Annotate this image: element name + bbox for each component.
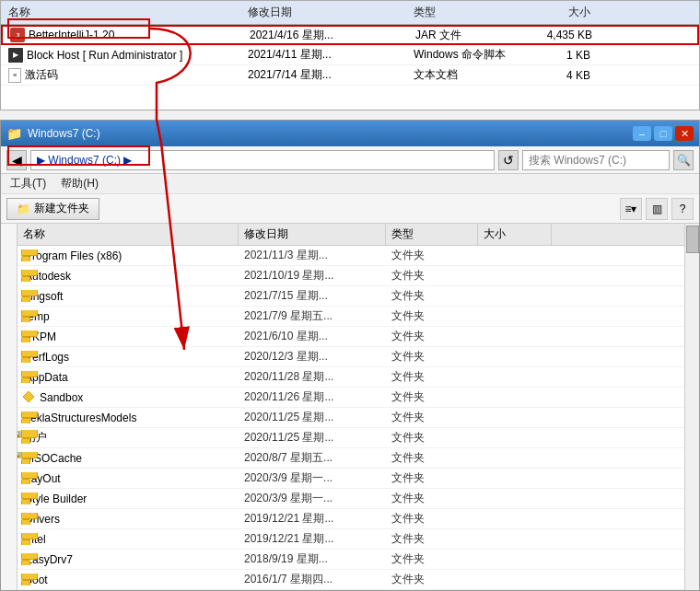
top-file-type-2: 文本文档: [410, 65, 520, 85]
main-file-row-2[interactable]: kingsoft 2021/7/15 星期... 文件夹: [18, 286, 684, 307]
explorer-window: 📁 Windows7 (C:) – □ ✕ ◀ ▶ Windows7 (C:) …: [0, 120, 700, 591]
main-content: 名称 修改日期 类型 大小 Program Files (x86) 2021/1…: [1, 224, 699, 590]
close-button[interactable]: ✕: [675, 126, 694, 141]
file-date-9: 2020/11/25 星期...: [239, 430, 386, 446]
file-date-13: 2019/12/21 星期...: [239, 511, 386, 527]
file-date-3: 2021/7/9 星期五...: [239, 308, 386, 324]
refresh-button[interactable]: ↺: [498, 150, 519, 170]
top-file-date-0: 2021/4/16 星期...: [246, 26, 412, 45]
file-name-cell-4: PKPM: [18, 330, 239, 343]
main-file-row-14[interactable]: Intel 2019/12/21 星期... 文件夹: [18, 529, 684, 550]
main-file-row-3[interactable]: temp 2021/7/9 星期五... 文件夹: [18, 307, 684, 327]
top-header-date: 修改日期: [244, 3, 410, 22]
sandbox-icon: [21, 389, 36, 404]
file-type-1: 文件夹: [386, 268, 478, 284]
main-file-row-16[interactable]: Boot 2016/1/7 星期四... 文件夹: [18, 570, 684, 590]
file-date-4: 2021/6/10 星期...: [239, 329, 386, 344]
file-name-cell-2: kingsoft: [18, 290, 239, 303]
main-file-row-15[interactable]: EasyDrv7 2018/9/19 星期... 文件夹: [18, 550, 684, 570]
toolbar-right: ≡▾ ▥ ?: [620, 198, 694, 220]
file-date-10: 2020/8/7 星期五...: [239, 450, 386, 466]
file-type-14: 文件夹: [386, 531, 478, 547]
top-file-size-1: 1 KB: [520, 47, 594, 64]
address-path[interactable]: ▶ Windows7 (C:) ▶: [30, 150, 495, 170]
top-header-size: 大小: [520, 3, 594, 22]
folder-title-icon: 📁: [6, 126, 22, 141]
cmd-icon-1: ▶: [8, 48, 23, 63]
main-file-row-5[interactable]: PerfLogs 2020/12/3 星期... 文件夹: [18, 347, 684, 367]
window-controls: – □ ✕: [633, 126, 694, 141]
file-name-cell-11: LayOut: [18, 472, 239, 485]
title-bar: 📁 Windows7 (C:) – □ ✕: [1, 121, 699, 146]
sidebar: [1, 224, 18, 590]
view-options-button[interactable]: ≡▾: [620, 198, 642, 220]
menu-help[interactable]: 帮助(H): [57, 175, 102, 192]
top-file-size-0: 4,435 KB: [522, 27, 596, 43]
search-button[interactable]: 🔍: [673, 150, 694, 170]
menu-tools[interactable]: 工具(T): [6, 175, 50, 192]
file-type-9: 文件夹: [386, 430, 478, 446]
main-file-row-9[interactable]: 🔒 用户 2020/11/25 星期... 文件夹: [18, 428, 684, 448]
toolbar: 📁 新建文件夹 ≡▾ ▥ ?: [1, 194, 699, 224]
file-type-16: 文件夹: [386, 572, 478, 587]
file-type-0: 文件夹: [386, 248, 478, 263]
top-file-size-2: 4 KB: [520, 67, 594, 84]
svg-marker-0: [23, 391, 34, 402]
main-file-row-13[interactable]: Drivers 2019/12/21 星期... 文件夹: [18, 509, 684, 529]
minimize-button[interactable]: –: [633, 126, 651, 141]
folder-list: Program Files (x86) 2021/11/3 星期... 文件夹 …: [18, 246, 684, 590]
file-date-6: 2020/11/28 星期...: [239, 369, 386, 385]
header-col-size[interactable]: 大小: [478, 224, 552, 245]
file-date-16: 2016/1/7 星期四...: [239, 572, 386, 587]
file-name-cell-1: Autodesk: [18, 270, 239, 283]
main-file-row-0[interactable]: Program Files (x86) 2021/11/3 星期... 文件夹: [18, 246, 684, 266]
main-file-row-8[interactable]: TeklaStructuresModels 2020/11/25 星期... 文…: [18, 408, 684, 428]
file-name-cell-16: Boot: [18, 574, 239, 586]
file-type-15: 文件夹: [386, 551, 478, 567]
main-file-row-12[interactable]: Style Builder 2020/3/9 星期一... 文件夹: [18, 489, 684, 509]
file-name-cell-15: EasyDrv7: [18, 553, 239, 566]
top-file-date-1: 2021/4/11 星期...: [244, 45, 410, 64]
jar-icon-0: J: [10, 28, 25, 42]
window-title: Windows7 (C:): [28, 127, 100, 140]
txt-icon-2: ≡: [8, 68, 21, 83]
file-name-cell-10: 🔒 MSOCache: [18, 452, 239, 465]
file-list-main[interactable]: 名称 修改日期 类型 大小 Program Files (x86) 2021/1…: [18, 224, 684, 590]
file-name-0: Program Files (x86): [25, 249, 122, 262]
header-col-name[interactable]: 名称: [18, 224, 239, 245]
file-name-cell-7: Sandbox: [18, 389, 239, 406]
file-name-cell-5: PerfLogs: [18, 351, 239, 364]
top-file-date-2: 2021/7/14 星期...: [244, 65, 410, 85]
header-col-date[interactable]: 修改日期: [239, 224, 386, 245]
file-date-1: 2021/10/19 星期...: [239, 268, 386, 284]
header-col-type[interactable]: 类型: [386, 224, 478, 245]
folder-new-icon: 📁: [17, 203, 30, 215]
file-date-2: 2021/7/15 星期...: [239, 288, 386, 304]
address-path-text: ▶ Windows7 (C:) ▶: [37, 154, 132, 167]
top-file-area: 名称 修改日期 类型 大小 J BetterIntelliJ-1.20 2021…: [0, 0, 700, 110]
maximize-button[interactable]: □: [654, 126, 672, 141]
main-file-row-4[interactable]: PKPM 2021/6/10 星期... 文件夹: [18, 327, 684, 347]
file-type-8: 文件夹: [386, 410, 478, 425]
file-name-cell-0: Program Files (x86): [18, 249, 239, 262]
search-input[interactable]: [522, 150, 670, 170]
main-file-row-7[interactable]: Sandbox 2020/11/26 星期... 文件夹: [18, 388, 684, 408]
pane-button[interactable]: ▥: [646, 198, 668, 220]
main-file-row-6[interactable]: AppData 2020/11/28 星期... 文件夹: [18, 367, 684, 388]
top-file-row-1[interactable]: ▶ Block Host [ Run Administrator ] 2021/…: [1, 45, 699, 65]
file-type-2: 文件夹: [386, 288, 478, 304]
file-name-cell-12: Style Builder: [18, 492, 239, 505]
help-button[interactable]: ?: [671, 198, 694, 220]
main-file-row-10[interactable]: 🔒 MSOCache 2020/8/7 星期五... 文件夹: [18, 448, 684, 469]
scrollbar[interactable]: [684, 224, 699, 590]
top-file-row-2[interactable]: ≡ 激活码 2021/7/14 星期... 文本文档 4 KB: [1, 65, 699, 86]
top-file-row-0[interactable]: J BetterIntelliJ-1.20 2021/4/16 星期... JA…: [1, 25, 699, 45]
file-type-7: 文件夹: [386, 389, 478, 405]
main-file-row-11[interactable]: LayOut 2020/3/9 星期一... 文件夹: [18, 469, 684, 489]
top-file-type-0: JAR 文件: [412, 26, 522, 45]
back-button[interactable]: ◀: [6, 150, 27, 170]
new-folder-button[interactable]: 📁 新建文件夹: [6, 198, 99, 220]
file-type-12: 文件夹: [386, 491, 478, 506]
title-bar-text: 📁 Windows7 (C:): [6, 126, 100, 141]
main-file-row-1[interactable]: Autodesk 2021/10/19 星期... 文件夹: [18, 266, 684, 286]
